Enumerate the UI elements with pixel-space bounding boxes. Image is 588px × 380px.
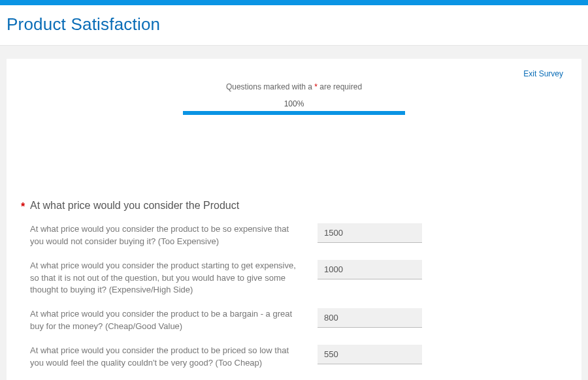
- page-title: Product Satisfaction: [7, 14, 581, 35]
- progress-label: 100%: [183, 99, 405, 108]
- price-input-cheap[interactable]: [318, 308, 422, 328]
- price-input-expensive[interactable]: [318, 260, 422, 279]
- required-note-prefix: Questions marked with a: [226, 82, 314, 91]
- exit-survey-link[interactable]: Exit Survey: [523, 69, 563, 78]
- price-row-too-expensive: At what price would you consider the pro…: [30, 223, 558, 248]
- price-label: At what price would you consider the pro…: [30, 308, 318, 333]
- price-input-too-expensive[interactable]: [318, 223, 422, 243]
- survey-card: Exit Survey Questions marked with a * ar…: [7, 59, 581, 380]
- required-star-icon: *: [21, 201, 25, 213]
- price-label: At what price would you consider the pro…: [30, 345, 318, 370]
- progress-bar: [183, 111, 405, 115]
- survey-container: Exit Survey Questions marked with a * ar…: [0, 46, 588, 380]
- question-title-text: At what price would you consider the Pro…: [30, 200, 239, 211]
- price-input-too-cheap[interactable]: [318, 345, 422, 364]
- question-title: * At what price would you consider the P…: [30, 200, 558, 212]
- price-label: At what price would you consider the pro…: [30, 223, 318, 248]
- page-header: Product Satisfaction: [0, 5, 588, 46]
- price-row-expensive: At what price would you consider the pro…: [30, 260, 558, 297]
- top-accent-bar: [0, 0, 588, 5]
- question-block: * At what price would you consider the P…: [26, 200, 562, 380]
- price-label: At what price would you consider the pro…: [30, 260, 318, 297]
- progress-section: 100%: [183, 99, 405, 115]
- price-row-cheap: At what price would you consider the pro…: [30, 308, 558, 333]
- required-note-suffix: are required: [318, 82, 362, 91]
- price-row-too-cheap: At what price would you consider the pro…: [30, 345, 558, 370]
- required-note: Questions marked with a * are required: [26, 82, 562, 91]
